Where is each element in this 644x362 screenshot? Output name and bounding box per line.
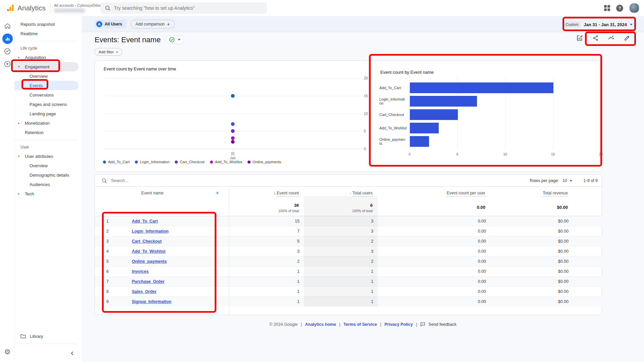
bar-add-to-cart bbox=[410, 82, 553, 93]
legend-item-add-to-wishlist[interactable]: Add_To_Wishlist bbox=[210, 160, 242, 164]
date-range-picker[interactable]: Custom Jan 31 - Jan 31, 2024 bbox=[563, 19, 633, 29]
sidebar-item-realtime[interactable]: Realtime bbox=[15, 29, 78, 38]
global-search[interactable] bbox=[101, 2, 267, 14]
explore-icon[interactable] bbox=[0, 45, 15, 58]
sidebar-item-tech[interactable]: ▸Tech bbox=[15, 189, 78, 198]
insights-icon[interactable] bbox=[607, 34, 615, 42]
chevron-expanded-icon: ▾ bbox=[18, 65, 20, 68]
sidebar-item-pages-and-screens[interactable]: Pages and screens bbox=[15, 100, 78, 109]
legend-item-online-payments[interactable]: Online_payments bbox=[248, 160, 281, 164]
legend-item-cart-checkout[interactable]: Cart_Checkout bbox=[175, 160, 204, 164]
cell-total-revenue: $0.00 bbox=[558, 246, 569, 256]
sidebar-item-landing-page[interactable]: Landing page bbox=[15, 109, 78, 118]
cell-event-count: 7 bbox=[297, 226, 300, 236]
legend-dot-icon bbox=[135, 161, 138, 164]
bar-online-payments bbox=[410, 136, 429, 147]
sidebar-item-reports-snapshot[interactable]: Reports snapshot bbox=[15, 19, 78, 29]
cell-index: 9 bbox=[106, 297, 109, 307]
cell-total-users: 1 bbox=[371, 297, 373, 307]
analytics-logo-icon[interactable] bbox=[6, 4, 15, 12]
x-axis-tick-month: Jan bbox=[228, 156, 237, 160]
event-name-link[interactable]: Login_Information bbox=[132, 229, 169, 234]
cell-total-users: 2 bbox=[371, 236, 373, 246]
account-breadcrumb[interactable]: All accounts › CybrosysOdoo bbox=[54, 3, 102, 13]
event-name-link[interactable]: Add_To_Wishlist bbox=[132, 249, 165, 254]
add-filter-button[interactable]: Add filter + bbox=[95, 48, 122, 56]
table-search-input[interactable] bbox=[111, 178, 212, 183]
collapse-sidebar-icon[interactable] bbox=[70, 351, 74, 356]
library-folder-icon bbox=[20, 334, 26, 339]
send-feedback-link[interactable]: Send feedback bbox=[429, 322, 457, 327]
sidebar-item-acquisition[interactable]: ▸Acquisition bbox=[15, 53, 78, 62]
column-header-total-revenue[interactable]: Total revenue bbox=[543, 191, 568, 195]
event-name-link[interactable]: Online_payments bbox=[132, 259, 167, 264]
search-icon bbox=[105, 5, 111, 11]
customize-report-icon[interactable] bbox=[576, 34, 583, 42]
cell-name: Signup_Information bbox=[132, 297, 171, 307]
cell-event-count-per-user: 0.00 bbox=[478, 297, 486, 307]
column-divider bbox=[229, 187, 229, 315]
sidebar-item-user-attributes[interactable]: ▾User attributes bbox=[15, 152, 78, 161]
cell-event-count-per-user: 0.00 bbox=[478, 216, 486, 226]
property-name-redacted[interactable] bbox=[54, 8, 85, 13]
apps-grid-icon[interactable] bbox=[604, 5, 610, 11]
sidebar-item-overview[interactable]: Overview bbox=[15, 71, 78, 81]
footer-link-privacy[interactable]: Privacy Policy bbox=[384, 322, 413, 327]
legend-item-login-information[interactable]: Login_Information bbox=[135, 160, 169, 164]
global-search-input[interactable] bbox=[114, 5, 263, 11]
event-name-link[interactable]: Cart_Checkout bbox=[132, 239, 162, 244]
column-header-event-count[interactable]: ↓Event count bbox=[274, 191, 299, 195]
sidebar-item-demographic-details[interactable]: Demographic details bbox=[15, 170, 78, 180]
sidebar-item-engagement[interactable]: ▾Engagement bbox=[15, 62, 78, 71]
reports-icon[interactable] bbox=[0, 32, 15, 45]
footer-link-terms[interactable]: Terms of Service bbox=[343, 322, 377, 327]
share-icon[interactable] bbox=[592, 34, 599, 42]
comparison-bar: A All Users Add comparison + Custom Jan … bbox=[82, 16, 644, 32]
sidebar-item-monetization[interactable]: ▸Monetization bbox=[15, 118, 78, 128]
cell-total-revenue: $0.00 bbox=[558, 236, 569, 246]
advertising-icon[interactable] bbox=[0, 58, 15, 70]
breadcrumb-property[interactable]: CybrosysOdoo bbox=[77, 3, 102, 7]
avatar[interactable] bbox=[629, 3, 639, 13]
sidebar-item-events[interactable]: Events bbox=[15, 81, 78, 90]
x-axis-tick-label: 5 bbox=[454, 152, 461, 156]
add-comparison-button[interactable]: Add comparison + bbox=[131, 20, 174, 28]
rows-per-page-select[interactable]: 10 bbox=[562, 178, 572, 183]
cell-event-count: 5 bbox=[297, 236, 300, 246]
cell-name: Add_To_Wishlist bbox=[132, 246, 165, 256]
top-app-bar: Analytics All accounts › CybrosysOdoo ? bbox=[0, 0, 644, 16]
event-name-link[interactable]: Signup_Information bbox=[132, 299, 171, 304]
sidebar-item-conversions[interactable]: Conversions bbox=[15, 90, 78, 100]
event-name-link[interactable]: Add_To_Cart bbox=[132, 219, 158, 224]
column-header-total-users[interactable]: ↓Total users bbox=[350, 191, 373, 195]
sidebar-item-audiences[interactable]: Audiences bbox=[15, 180, 78, 189]
settings-gear-icon[interactable]: ⚙ bbox=[0, 348, 15, 356]
scatter-legend: Add_To_CartLogin_InformationCart_Checkou… bbox=[103, 160, 281, 164]
cell-total-users: 1 bbox=[371, 277, 373, 287]
event-name-link[interactable]: Sales_Order bbox=[132, 289, 157, 294]
all-users-chip[interactable]: A All Users bbox=[95, 20, 126, 28]
sidebar-item-retention[interactable]: Retention bbox=[15, 128, 78, 137]
home-icon[interactable] bbox=[0, 19, 15, 32]
legend-item-add-to-cart[interactable]: Add_To_Cart bbox=[103, 160, 129, 164]
sidebar-item-library[interactable]: Library bbox=[15, 331, 82, 341]
event-name-link[interactable]: Purchase_Order bbox=[132, 279, 164, 284]
sidebar-item-overview[interactable]: Overview bbox=[15, 161, 78, 170]
gridline bbox=[104, 114, 361, 114]
table-row: 8Sales_Order110.00$0.00 bbox=[95, 286, 602, 296]
cell-event-count: 15 bbox=[295, 216, 300, 226]
divider bbox=[15, 41, 78, 41]
check-circle-icon bbox=[169, 37, 175, 43]
legend-dot-icon bbox=[248, 161, 251, 164]
event-name-link[interactable]: Invoices bbox=[132, 269, 149, 274]
breadcrumb-all-accounts[interactable]: All accounts bbox=[54, 3, 74, 7]
add-column-plus-icon[interactable]: + bbox=[216, 190, 219, 196]
edit-pencil-icon[interactable] bbox=[623, 34, 631, 42]
column-header-event-name[interactable]: Event name bbox=[141, 191, 164, 195]
column-header-event-count-per-user[interactable]: Event count per user bbox=[447, 191, 485, 195]
cell-index: 5 bbox=[106, 256, 109, 266]
y-axis-tick-label: 10 bbox=[364, 112, 368, 116]
help-icon[interactable]: ? bbox=[616, 5, 623, 12]
data-quality-pill[interactable] bbox=[165, 35, 184, 44]
footer-link-analytics-home[interactable]: Analytics home bbox=[305, 322, 336, 327]
